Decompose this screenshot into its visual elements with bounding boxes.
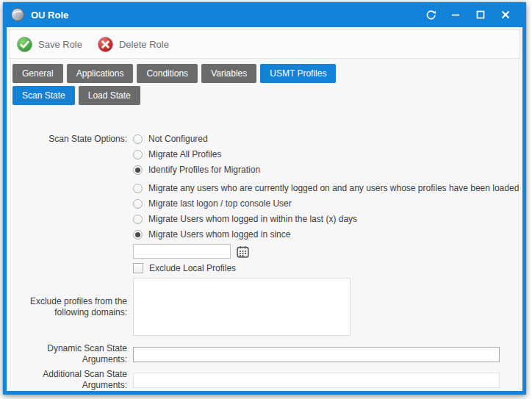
radio-migrate-all-profiles[interactable]: [133, 150, 143, 159]
radio-option[interactable]: Migrate Users whom logged in within the …: [7, 213, 522, 225]
radio-option[interactable]: Migrate last logon / top console User: [7, 198, 522, 209]
scan-state-form: Scan State Options: Not Configured Migra…: [7, 133, 522, 391]
additional-args-row: Additional Scan State Arguments:: [7, 369, 522, 391]
logged-in-since-date-input[interactable]: [133, 244, 231, 259]
radio-label: Migrate last logon / top console User: [148, 198, 292, 209]
additional-scan-state-arguments-input[interactable]: [133, 373, 500, 388]
tab-usmt-profiles[interactable]: USMT Profiles: [260, 64, 336, 83]
toolbar: Save Role Delete Role: [9, 29, 520, 59]
title-bar: OU Role: [7, 2, 522, 27]
radio-option[interactable]: Migrate Users whom logged in since: [7, 229, 522, 240]
sub-tabs: Scan State Load State: [12, 86, 522, 105]
delete-x-icon: [97, 36, 114, 53]
radio-label: Migrate Users whom logged in within the …: [148, 214, 357, 224]
radio-label: Migrate Users whom logged in since: [148, 229, 290, 240]
radio-label: Not Configured: [148, 134, 208, 144]
radio-migrate-last-logon[interactable]: [133, 199, 143, 209]
close-icon[interactable]: [496, 6, 515, 24]
radio-option[interactable]: Migrate All Profiles: [7, 148, 522, 160]
exclude-local-profiles-checkbox[interactable]: [133, 263, 143, 273]
additional-args-label: Additional Scan State Arguments:: [7, 369, 133, 391]
maximize-icon[interactable]: [471, 6, 490, 24]
exclude-local-profiles-row[interactable]: Exclude Local Profiles: [7, 262, 522, 274]
dynamic-args-row: Dynamic Scan State Arguments:: [7, 343, 522, 365]
save-role-label: Save Role: [38, 39, 82, 50]
save-check-icon: [16, 36, 33, 53]
dynamic-scan-state-arguments-input[interactable]: [133, 347, 500, 362]
radio-migrate-current-users[interactable]: [133, 184, 143, 193]
radio-option[interactable]: Migrate any users who are currently logg…: [7, 182, 522, 194]
tab-applications[interactable]: Applications: [67, 64, 134, 83]
scan-state-options-label: Scan State Options:: [7, 134, 133, 145]
window-title: OU Role: [31, 10, 68, 21]
radio-option[interactable]: Scan State Options: Not Configured: [7, 133, 522, 145]
dialog-window: OU Role: [3, 2, 526, 395]
refresh-icon[interactable]: [421, 6, 440, 24]
radio-label: Identify Profiles for Migration: [148, 165, 260, 175]
tab-variables[interactable]: Variables: [201, 64, 256, 83]
exclude-domains-row: Exclude profiles from the following doma…: [7, 278, 522, 336]
calendar-icon[interactable]: [237, 245, 249, 258]
app-icon: [10, 7, 25, 22]
radio-not-configured[interactable]: [133, 134, 143, 144]
delete-role-label: Delete Role: [119, 39, 169, 50]
radio-option[interactable]: Identify Profiles for Migration: [7, 164, 522, 176]
minimize-icon[interactable]: [446, 6, 465, 24]
radio-migrate-last-x-days[interactable]: [133, 215, 143, 224]
tab-conditions[interactable]: Conditions: [137, 64, 198, 83]
subtab-scan-state[interactable]: Scan State: [12, 86, 75, 105]
dialog-body: Save Role Delete Role General Applicatio…: [7, 27, 522, 391]
save-role-button[interactable]: Save Role: [16, 36, 82, 53]
radio-identify-profiles[interactable]: [133, 165, 143, 175]
radio-label: Migrate any users who are currently logg…: [148, 183, 519, 193]
tab-general[interactable]: General: [12, 64, 63, 83]
delete-role-button[interactable]: Delete Role: [97, 36, 169, 53]
date-row: [7, 244, 522, 259]
radio-migrate-since[interactable]: [133, 230, 143, 240]
exclude-domains-textarea[interactable]: [133, 278, 351, 336]
subtab-load-state[interactable]: Load State: [79, 86, 140, 105]
exclude-domains-label: Exclude profiles from the following doma…: [7, 296, 133, 318]
dynamic-args-label: Dynamic Scan State Arguments:: [7, 343, 133, 365]
main-tabs: General Applications Conditions Variable…: [12, 64, 522, 83]
checkbox-label: Exclude Local Profiles: [149, 263, 236, 273]
radio-label: Migrate All Profiles: [148, 149, 221, 159]
